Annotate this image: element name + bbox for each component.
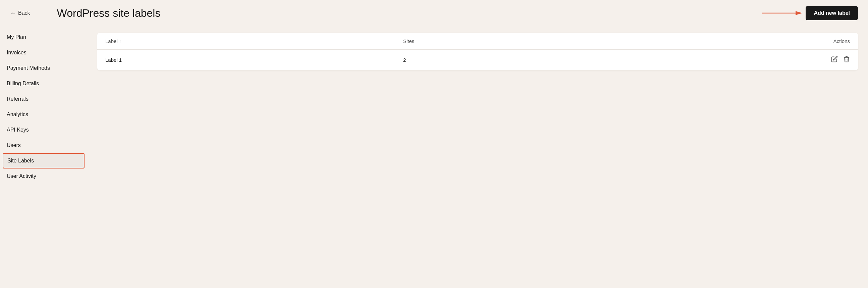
sidebar-item-user-activity[interactable]: User Activity (0, 169, 87, 184)
delete-icon[interactable] (843, 56, 850, 64)
row-sites-value: 2 (403, 57, 701, 63)
row-actions (701, 56, 850, 64)
sidebar: My Plan Invoices Payment Methods Billing… (0, 26, 87, 288)
column-header-label: Label ↑ (105, 38, 403, 44)
sidebar-item-analytics[interactable]: Analytics (0, 107, 87, 122)
page-title: WordPress site labels (57, 7, 161, 20)
sidebar-item-referrals[interactable]: Referrals (0, 91, 87, 107)
edit-icon[interactable] (831, 56, 838, 64)
sidebar-item-api-keys[interactable]: API Keys (0, 122, 87, 138)
sidebar-item-billing-details[interactable]: Billing Details (0, 76, 87, 91)
main-content: Label ↑ Sites Actions Label 1 2 (87, 26, 868, 288)
back-arrow-icon: ← (10, 10, 16, 17)
sidebar-item-users[interactable]: Users (0, 138, 87, 153)
back-label: Back (18, 10, 30, 16)
arrow-indicator-icon (762, 9, 802, 17)
sidebar-item-my-plan[interactable]: My Plan (0, 30, 87, 45)
table-row: Label 1 2 (97, 50, 858, 70)
header-right: Add new label (762, 6, 858, 20)
back-button[interactable]: ← Back (10, 10, 30, 17)
column-header-sites: Sites (403, 38, 701, 44)
content-wrapper: My Plan Invoices Payment Methods Billing… (0, 26, 868, 288)
page-header: ← Back WordPress site labels Add new lab… (0, 0, 868, 26)
column-header-actions: Actions (701, 38, 850, 44)
sort-icon[interactable]: ↑ (119, 39, 121, 44)
row-label-value: Label 1 (105, 57, 403, 63)
add-new-label-button[interactable]: Add new label (806, 6, 858, 20)
sidebar-item-invoices[interactable]: Invoices (0, 45, 87, 60)
page-wrapper: ← Back WordPress site labels Add new lab… (0, 0, 868, 288)
sidebar-item-payment-methods[interactable]: Payment Methods (0, 60, 87, 76)
labels-table-container: Label ↑ Sites Actions Label 1 2 (97, 33, 858, 70)
table-header: Label ↑ Sites Actions (97, 33, 858, 50)
svg-marker-1 (796, 11, 802, 15)
sidebar-item-site-labels[interactable]: Site Labels (3, 153, 85, 169)
